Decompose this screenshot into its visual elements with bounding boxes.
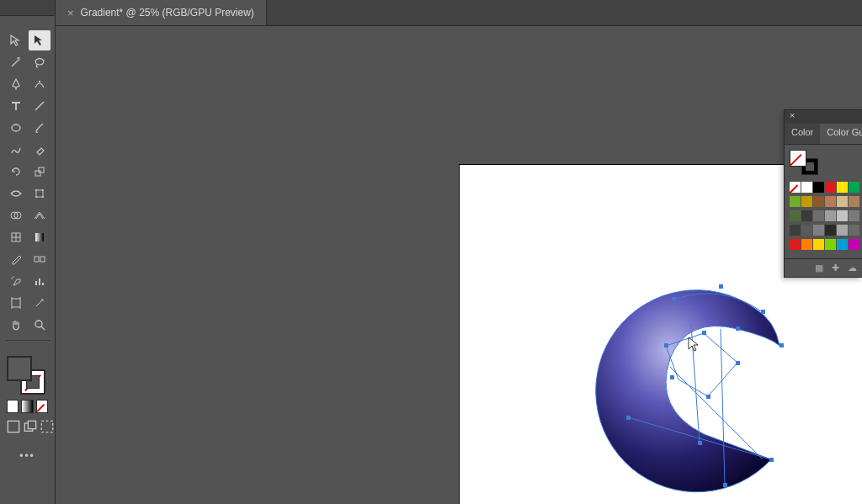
mesh-tool[interactable] [5,227,27,247]
shape-builder-tool[interactable] [5,205,27,225]
edit-toolbar-button[interactable]: ••• [18,450,38,462]
swatch[interactable] [801,239,812,250]
document-tab[interactable]: × Gradient* @ 25% (RGB/GPU Preview) [56,0,267,25]
swatch[interactable] [825,210,836,221]
swatch[interactable] [801,196,812,207]
paintbrush-tool[interactable] [29,118,51,138]
swatch[interactable] [849,239,859,250]
swatch[interactable] [790,225,801,236]
swatch-grid-row5 [790,239,857,250]
swatch[interactable] [813,182,824,193]
svg-rect-13 [35,257,39,262]
svg-rect-12 [35,233,44,241]
swatch[interactable] [801,182,812,193]
svg-rect-37 [723,483,727,487]
app-root: ••• × Gradient* @ 25% (RGB/GPU Preview) [0,0,862,504]
swatch[interactable] [825,196,836,207]
type-tool[interactable] [5,96,27,116]
shaper-tool[interactable] [5,140,27,160]
swatch[interactable] [837,196,848,207]
draw-normal[interactable] [7,420,20,433]
swatch[interactable] [825,225,836,236]
scale-tool[interactable] [29,162,51,182]
eraser-tool[interactable] [29,140,51,160]
selection-tool[interactable] [5,30,27,50]
panel-fill-stroke[interactable] [790,150,818,175]
new-swatch-icon[interactable]: ✚ [832,263,839,273]
svg-point-5 [35,189,37,191]
panel-tabs: Color Color Guide [785,124,862,145]
delete-swatch-icon[interactable]: ☁ [848,263,857,273]
pen-tool[interactable] [5,74,27,94]
free-transform-tool[interactable] [29,183,51,204]
hand-tool[interactable] [5,315,27,335]
swatch[interactable] [837,225,848,236]
artwork-crescent[interactable] [544,249,813,504]
draw-inside[interactable] [40,420,54,433]
close-icon[interactable]: × [67,7,74,19]
swatch[interactable] [790,239,801,250]
color-mode-solid[interactable] [7,400,19,413]
svg-rect-18 [39,279,40,285]
width-tool[interactable] [5,183,27,204]
direct-selection-tool[interactable] [29,30,51,50]
color-panel[interactable]: × Color Color Guide ▦ ✚ ☁ [784,109,862,278]
draw-behind[interactable] [24,420,37,433]
swatch[interactable] [849,182,859,193]
slice-tool[interactable] [29,293,51,313]
swatch-grid-row1 [790,182,857,193]
swatch[interactable] [813,196,824,207]
eyedropper-tool[interactable] [5,249,27,269]
column-graph-tool[interactable] [29,271,51,291]
swatch[interactable] [849,225,859,236]
svg-rect-39 [626,416,631,420]
svg-rect-35 [736,361,740,365]
tools-panel-header[interactable] [0,0,55,16]
swatch[interactable] [801,225,812,236]
svg-point-8 [42,196,44,198]
rotate-tool[interactable] [5,162,27,182]
svg-rect-38 [769,458,774,462]
svg-point-15 [11,278,13,279]
swatch[interactable] [837,182,848,193]
swatch[interactable] [825,239,836,250]
color-mode-gradient[interactable] [21,400,33,413]
svg-point-7 [35,196,37,198]
panel-fill-swatch[interactable] [790,150,806,167]
panel-tab-color[interactable]: Color [785,124,820,144]
zoom-tool[interactable] [29,315,51,335]
swatch[interactable] [801,210,812,221]
swatch[interactable] [837,239,848,250]
svg-rect-20 [12,299,20,307]
panel-close-button[interactable]: × [785,110,862,124]
artboard-tool[interactable] [5,293,27,313]
swatch[interactable] [790,196,801,207]
canvas[interactable] [56,26,862,504]
panel-tab-color-guide[interactable]: Color Guide [820,124,862,144]
swatch[interactable] [790,182,801,193]
fill-stroke-indicator[interactable] [7,356,45,395]
swatch[interactable] [849,196,859,207]
ellipse-tool[interactable] [5,118,27,138]
swatch[interactable] [825,182,836,193]
line-segment-tool[interactable] [29,96,51,116]
perspective-grid-tool[interactable] [29,205,51,225]
lasso-tool[interactable] [29,52,51,72]
swatch[interactable] [790,210,801,221]
svg-rect-33 [670,375,674,379]
fill-swatch[interactable] [7,356,32,381]
swatch-options-icon[interactable]: ▦ [815,263,823,273]
swatch[interactable] [849,210,859,221]
magic-wand-tool[interactable] [5,52,27,72]
gradient-tool[interactable] [29,227,51,247]
blend-tool[interactable] [29,249,51,269]
svg-rect-30 [736,326,740,331]
swatch[interactable] [837,210,848,221]
svg-rect-17 [35,281,37,285]
color-mode-none[interactable] [36,400,48,413]
swatch[interactable] [813,210,824,221]
symbol-sprayer-tool[interactable] [5,271,27,291]
swatch[interactable] [813,225,824,236]
swatch[interactable] [813,239,824,250]
curvature-tool[interactable] [29,74,51,94]
